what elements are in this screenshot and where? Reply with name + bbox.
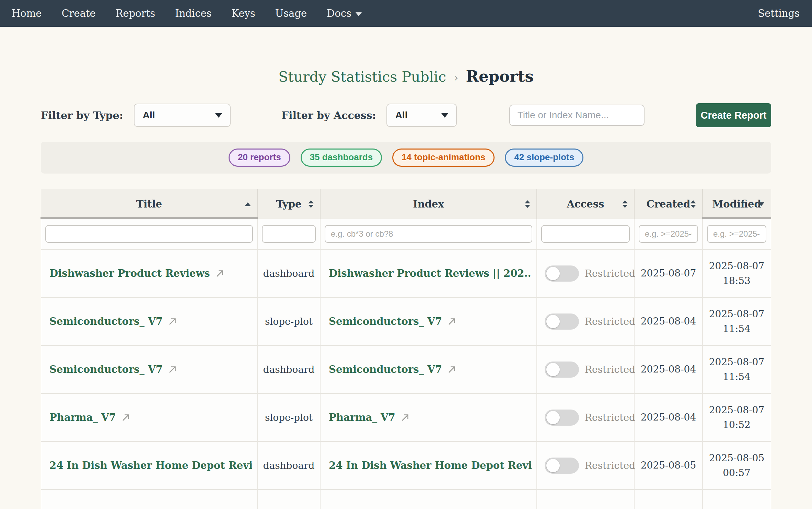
sort-descending-icon <box>758 202 764 206</box>
table-row-partial <box>41 490 771 509</box>
report-title-link[interactable]: Dishwasher Product Reviews <box>49 268 224 279</box>
column-header-label: Index <box>413 198 444 210</box>
access-column-filter-input[interactable] <box>541 225 630 243</box>
toggle-knob <box>546 363 560 376</box>
nav-item-keys[interactable]: Keys <box>231 8 255 19</box>
report-type-text: dashboard <box>263 268 315 279</box>
column-header-title[interactable]: Title <box>41 189 258 219</box>
chevron-down-icon <box>441 113 449 118</box>
index-link[interactable]: 24 In Dish Washer Home Depot Revi... <box>329 460 532 471</box>
index-link[interactable]: Semiconductors_ V7 <box>329 364 456 375</box>
access-toggle[interactable] <box>545 362 579 378</box>
title-column-filter-input[interactable] <box>45 225 253 243</box>
count-badge: 35 dashboards <box>301 149 382 167</box>
sort-both-icon <box>622 200 628 208</box>
top-navbar: Home Create Reports Indices Keys Usage D… <box>0 0 812 27</box>
report-title-link[interactable]: Semiconductors_ V7 <box>49 316 177 327</box>
count-badge: 20 reports <box>229 149 290 167</box>
modified-column-filter-input[interactable] <box>707 225 766 243</box>
toggle-knob <box>546 267 560 280</box>
create-report-button[interactable]: Create Report <box>696 103 771 127</box>
access-status-label: Restricted <box>585 268 635 279</box>
access-status-label: Restricted <box>585 460 635 471</box>
access-toggle[interactable] <box>545 265 579 282</box>
report-title-link[interactable]: 24 In Dish Washer Home Depot Revi... <box>49 460 252 471</box>
report-title-link[interactable]: Semiconductors_ V7 <box>49 364 177 375</box>
index-column-filter-input[interactable] <box>325 225 532 243</box>
table-header-row: Title Type Index Access Created Modified <box>41 189 771 219</box>
nav-item-settings[interactable]: Settings <box>758 8 800 19</box>
nav-item-home[interactable]: Home <box>12 8 42 19</box>
nav-item-usage[interactable]: Usage <box>275 8 307 19</box>
created-column-filter-input[interactable] <box>639 225 698 243</box>
modified-datetime-text: 2025-08-0718:53 <box>709 259 764 288</box>
column-header-label: Modified <box>712 198 761 210</box>
index-name-text: Pharma_ V7 <box>329 412 395 423</box>
toggle-knob <box>546 411 560 424</box>
nav-item-indices[interactable]: Indices <box>175 8 211 19</box>
report-type-text: slope-plot <box>265 316 313 327</box>
type-filter-value: All <box>143 110 155 121</box>
search-input[interactable] <box>509 105 645 126</box>
index-name-text: 24 In Dish Washer Home Depot Revi... <box>329 460 532 471</box>
created-date-text: 2025-08-04 <box>641 362 696 377</box>
index-link[interactable]: Semiconductors_ V7 <box>329 316 456 327</box>
external-link-icon <box>401 413 410 422</box>
count-badge: 14 topic-animations <box>392 149 495 167</box>
sort-ascending-icon <box>245 202 251 206</box>
table-body: Dishwasher Product Reviews dashboard Dis… <box>41 250 771 490</box>
report-title-text: Semiconductors_ V7 <box>49 316 163 327</box>
index-link[interactable]: Pharma_ V7 <box>329 412 410 423</box>
table-row: Semiconductors_ V7 slope-plot Semiconduc… <box>41 298 771 346</box>
sort-both-icon <box>691 200 696 208</box>
sort-both-icon <box>308 200 314 208</box>
report-title-text: Dishwasher Product Reviews <box>49 268 210 279</box>
access-toggle[interactable] <box>545 410 579 426</box>
nav-item-create[interactable]: Create <box>61 8 95 19</box>
page-title: Reports <box>466 67 533 85</box>
table-row: 24 In Dish Washer Home Depot Revi... das… <box>41 442 771 490</box>
toggle-knob <box>546 459 560 472</box>
created-date-text: 2025-08-07 <box>641 266 696 281</box>
external-link-icon <box>168 317 177 326</box>
nav-item-reports[interactable]: Reports <box>116 8 155 19</box>
index-name-text: Semiconductors_ V7 <box>329 364 442 375</box>
modified-datetime-text: 2025-08-0500:57 <box>709 451 764 481</box>
access-filter-select[interactable]: All <box>386 104 457 127</box>
report-title-link[interactable]: Pharma_ V7 <box>49 412 130 423</box>
type-column-filter-input[interactable] <box>262 225 316 243</box>
external-link-icon <box>447 317 456 326</box>
counts-badge-bar: 20 reports 35 dashboards 14 topic-animat… <box>41 142 771 174</box>
external-link-icon <box>215 269 224 278</box>
column-header-label: Created <box>647 198 691 210</box>
report-title-text: Semiconductors_ V7 <box>49 364 163 375</box>
column-header-type[interactable]: Type <box>258 189 321 219</box>
access-toggle[interactable] <box>545 313 579 330</box>
report-type-text: dashboard <box>263 460 315 471</box>
external-link-icon <box>121 413 130 422</box>
chevron-down-icon <box>215 113 222 118</box>
column-header-access[interactable]: Access <box>537 189 635 219</box>
breadcrumb-separator: › <box>454 71 459 84</box>
nav-docs-label: Docs <box>327 8 351 19</box>
index-name-text: Dishwasher Product Reviews || 202... <box>329 268 532 279</box>
column-header-index[interactable]: Index <box>321 189 537 219</box>
table-filter-row <box>41 219 771 250</box>
index-link[interactable]: Dishwasher Product Reviews || 202... <box>329 268 532 279</box>
chevron-down-icon <box>356 12 362 16</box>
access-status-label: Restricted <box>585 316 635 327</box>
access-status-label: Restricted <box>585 412 635 423</box>
nav-item-docs[interactable]: Docs <box>327 8 362 19</box>
report-title-text: 24 In Dish Washer Home Depot Revi... <box>49 460 252 471</box>
breadcrumb: Sturdy Statistics Public › Reports <box>0 67 812 85</box>
column-header-modified[interactable]: Modified <box>703 189 770 219</box>
type-filter-select[interactable]: All <box>134 104 231 127</box>
index-name-text: Semiconductors_ V7 <box>329 316 442 327</box>
breadcrumb-parent-link[interactable]: Sturdy Statistics Public <box>278 69 446 85</box>
external-link-icon <box>447 365 456 374</box>
access-toggle[interactable] <box>545 458 579 474</box>
created-date-text: 2025-08-04 <box>641 410 696 425</box>
access-filter-value: All <box>395 110 408 121</box>
table-row: Pharma_ V7 slope-plot Pharma_ V7 Restric… <box>41 394 771 442</box>
column-header-created[interactable]: Created <box>635 189 703 219</box>
